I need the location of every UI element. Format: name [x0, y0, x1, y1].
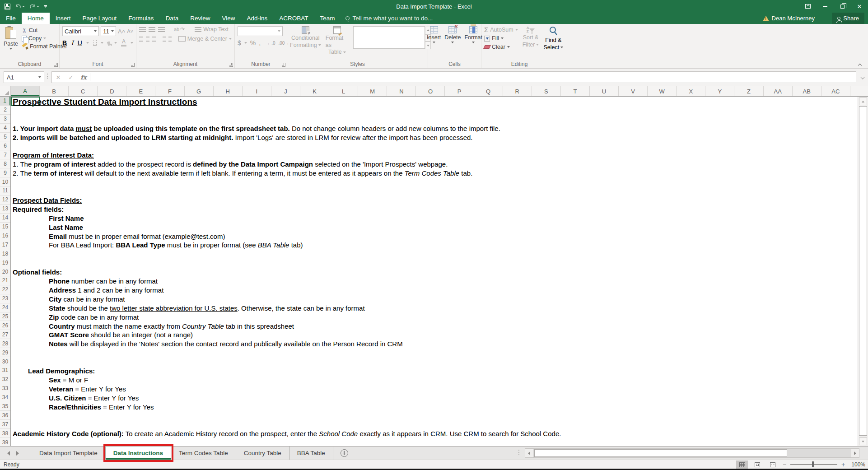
- row-header-17[interactable]: 17: [0, 240, 10, 249]
- restore-button[interactable]: [834, 0, 851, 13]
- scroll-up-button[interactable]: [859, 98, 867, 105]
- row-header-14[interactable]: 14: [0, 214, 10, 223]
- grow-font-button[interactable]: A˄: [118, 28, 125, 35]
- column-header-l[interactable]: L: [329, 86, 358, 96]
- fill-color-dropdown-icon[interactable]: [114, 42, 117, 44]
- delete-cells-button[interactable]: Delete: [444, 26, 461, 43]
- row-header-6[interactable]: 6: [0, 142, 10, 151]
- shrink-font-button[interactable]: A˅: [127, 28, 133, 34]
- sheet-tab-term-codes-table[interactable]: Term Codes Table: [171, 447, 236, 460]
- new-sheet-button[interactable]: [341, 447, 348, 460]
- autosum-button[interactable]: ΣAutoSum: [484, 26, 518, 33]
- column-header-c[interactable]: C: [69, 86, 98, 96]
- minimize-button[interactable]: [817, 0, 834, 13]
- row-header-20[interactable]: 20: [0, 267, 10, 276]
- scroll-left-button[interactable]: [525, 449, 533, 457]
- column-header-i[interactable]: I: [243, 86, 271, 96]
- row-header-29[interactable]: 29: [0, 348, 10, 357]
- ribbon-tab-team[interactable]: Team: [314, 13, 341, 24]
- comma-format-button[interactable]: ,: [259, 39, 261, 47]
- row-header-26[interactable]: 26: [0, 321, 10, 330]
- ribbon-tab-home[interactable]: Home: [22, 13, 50, 24]
- align-center-icon[interactable]: [146, 37, 150, 42]
- format-as-table-button[interactable]: Format asTable: [326, 26, 349, 56]
- column-header-o[interactable]: O: [416, 86, 445, 96]
- row-header-27[interactable]: 27: [0, 330, 10, 339]
- decrease-indent-icon[interactable]: [163, 37, 166, 42]
- format-cells-button[interactable]: Format: [464, 26, 482, 43]
- column-header-r[interactable]: R: [503, 86, 532, 96]
- sheet-tab-data-instructions[interactable]: Data Instructions: [106, 447, 171, 460]
- vertical-scrollbar[interactable]: [858, 97, 868, 446]
- column-header-u[interactable]: U: [590, 86, 619, 96]
- sheet-tab-country-table[interactable]: Country Table: [236, 447, 289, 460]
- number-dialog-launcher[interactable]: [282, 63, 285, 67]
- format-dropdown-icon[interactable]: [472, 42, 475, 43]
- clear-button[interactable]: Clear: [484, 44, 518, 50]
- tell-me-box[interactable]: Tell me what you want to do...: [341, 13, 438, 24]
- expand-formula-bar-icon[interactable]: [860, 75, 864, 79]
- delete-dropdown-icon[interactable]: [451, 42, 454, 43]
- row-header-18[interactable]: 18: [0, 249, 10, 258]
- fill-button[interactable]: Fill: [484, 35, 518, 42]
- scroll-down-button[interactable]: [859, 437, 867, 445]
- wrap-text-button[interactable]: Wrap Text: [195, 26, 229, 33]
- row-header-3[interactable]: 3: [0, 115, 10, 124]
- row-header-22[interactable]: 22: [0, 285, 10, 294]
- column-header-t[interactable]: T: [561, 86, 590, 96]
- borders-dropdown-icon[interactable]: [101, 42, 103, 44]
- column-header-x[interactable]: X: [677, 86, 705, 96]
- row-header-4[interactable]: 4: [0, 124, 10, 133]
- next-sheet-icon[interactable]: [16, 451, 19, 456]
- column-header-p[interactable]: P: [445, 86, 474, 96]
- row-header-33[interactable]: 33: [0, 384, 10, 393]
- paste-button[interactable]: Paste: [3, 26, 18, 50]
- collapse-ribbon-icon[interactable]: [858, 64, 863, 66]
- column-header-w[interactable]: W: [648, 86, 677, 96]
- column-header-ac[interactable]: AC: [821, 86, 850, 96]
- sort-filter-button[interactable]: AZ Sort &Filter: [523, 26, 539, 51]
- row-header-32[interactable]: 32: [0, 375, 10, 384]
- column-header-f[interactable]: F: [156, 86, 185, 96]
- column-header-h[interactable]: H: [214, 86, 243, 96]
- ribbon-tab-insert[interactable]: Insert: [50, 13, 77, 24]
- accounting-dropdown-icon[interactable]: [244, 42, 247, 44]
- cell-styles-gallery[interactable]: [353, 26, 425, 49]
- borders-icon[interactable]: [93, 40, 97, 46]
- align-top-icon[interactable]: [139, 27, 146, 32]
- ribbon-tab-acrobat[interactable]: ACROBAT: [273, 13, 314, 24]
- tab-scroll-splitter[interactable]: [518, 450, 519, 455]
- row-header-2[interactable]: 2: [0, 106, 10, 115]
- underline-button[interactable]: U: [78, 39, 82, 47]
- previous-sheet-icon[interactable]: [7, 451, 10, 456]
- column-header-b[interactable]: B: [40, 86, 69, 96]
- row-header-25[interactable]: 25: [0, 312, 10, 321]
- row-header-38[interactable]: 38: [0, 429, 10, 438]
- zoom-slider[interactable]: [790, 464, 837, 465]
- ribbon-tab-page-layout[interactable]: Page Layout: [77, 13, 123, 24]
- zoom-out-button[interactable]: −: [782, 461, 787, 468]
- align-bottom-icon[interactable]: [158, 27, 165, 32]
- close-button[interactable]: ✕: [851, 0, 868, 13]
- horizontal-scrollbar[interactable]: [525, 448, 859, 458]
- alignment-dialog-launcher[interactable]: [229, 63, 233, 67]
- align-left-icon[interactable]: [139, 37, 143, 42]
- ribbon-tab-data[interactable]: Data: [160, 13, 185, 24]
- row-header-24[interactable]: 24: [0, 303, 10, 312]
- percent-format-button[interactable]: %: [250, 39, 256, 47]
- align-middle-icon[interactable]: [149, 27, 155, 32]
- column-header-m[interactable]: M: [358, 86, 387, 96]
- row-header-21[interactable]: 21: [0, 276, 10, 285]
- underline-dropdown-icon[interactable]: [86, 42, 89, 44]
- column-header-n[interactable]: N: [387, 86, 416, 96]
- row-header-39[interactable]: 39: [0, 438, 10, 446]
- column-header-a[interactable]: A: [11, 86, 40, 96]
- column-header-k[interactable]: K: [300, 86, 329, 96]
- align-right-icon[interactable]: [152, 37, 156, 42]
- name-box[interactable]: A1: [4, 71, 44, 83]
- scroll-right-button[interactable]: [851, 449, 859, 457]
- column-header-s[interactable]: S: [532, 86, 561, 96]
- zoom-in-button[interactable]: +: [841, 461, 845, 468]
- row-header-30[interactable]: 30: [0, 357, 10, 366]
- column-header-aa[interactable]: AA: [764, 86, 793, 96]
